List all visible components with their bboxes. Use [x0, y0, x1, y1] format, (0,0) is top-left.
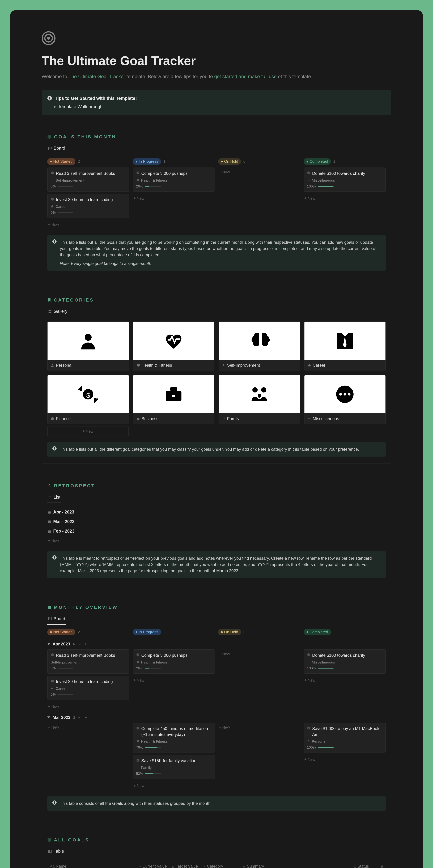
- briefcase-icon: [51, 205, 54, 208]
- page-icon[interactable]: [42, 31, 56, 45]
- check-circle-icon: [51, 171, 54, 175]
- svg-rect-61: [48, 530, 51, 531]
- goal-card[interactable]: Read 3 self-improvement Books Self-Impro…: [47, 167, 129, 192]
- svg-point-39: [261, 387, 266, 393]
- board-icon: [48, 617, 52, 621]
- view-tab-board[interactable]: Board: [47, 144, 66, 154]
- svg-point-91: [355, 866, 356, 867]
- col-summary[interactable]: Summary: [240, 861, 351, 868]
- all-goals-table: Aa Name Current Value Target Value Categ…: [47, 861, 386, 868]
- category-card-misc[interactable]: Miscellaneous: [304, 375, 386, 424]
- svg-rect-66: [48, 617, 49, 620]
- info-icon: [52, 800, 57, 805]
- svg-point-74: [307, 662, 308, 662]
- add-card-button[interactable]: + New: [133, 781, 215, 790]
- category-card-career[interactable]: Career: [304, 321, 386, 371]
- category-card-finance[interactable]: $ Finance: [47, 375, 129, 424]
- add-card-button[interactable]: + New: [47, 702, 129, 711]
- section-retrospect: RETROSPECT List Apr - 2023 Mar - 2023 Fe…: [42, 477, 391, 585]
- sparkle-icon: [51, 179, 54, 182]
- goal-card[interactable]: Complete 3,000 pushups Health & Fitness …: [133, 167, 215, 192]
- board-column-on-hold: On Hold0 + New: [218, 158, 300, 229]
- add-card-button[interactable]: + New: [304, 676, 386, 685]
- list-item[interactable]: Apr - 2023: [47, 507, 386, 517]
- add-card-button[interactable]: + New: [133, 194, 215, 203]
- add-icon[interactable]: +: [85, 715, 88, 720]
- svg-point-38: [253, 387, 258, 393]
- category-card-self-improvement[interactable]: Self-Improvement: [219, 321, 300, 371]
- svg-rect-13: [52, 205, 53, 206]
- goal-card[interactable]: Donate $100 towards charity Miscellaneou…: [304, 167, 386, 192]
- col-tally[interactable]: #: [378, 861, 386, 868]
- dots-circle-icon: [334, 384, 355, 405]
- view-tab-list[interactable]: List: [47, 492, 61, 503]
- add-card-button[interactable]: + New: [304, 755, 386, 764]
- person-icon: [51, 364, 54, 367]
- col-current[interactable]: Current Value: [136, 861, 169, 868]
- svg-point-44: [339, 393, 342, 396]
- check-circle-icon: [47, 838, 52, 842]
- add-card-button[interactable]: + New: [47, 723, 129, 732]
- check-circle-icon: [136, 653, 140, 656]
- table-icon: [48, 849, 52, 853]
- list-item[interactable]: Feb - 2023: [47, 526, 386, 536]
- add-card-button[interactable]: + New: [304, 194, 386, 203]
- month-group-apr[interactable]: Apr 2023 4 ⋯ +: [47, 641, 386, 647]
- goal-card[interactable]: Donate $100 towards charityMiscellaneous…: [304, 649, 386, 674]
- category-card-personal[interactable]: Personal: [47, 321, 129, 371]
- subtitle-link-2[interactable]: get started and make full use: [214, 74, 277, 79]
- goal-card[interactable]: Save $15K for family vacationFamily53%: [133, 755, 215, 779]
- info-callout-monthly: This table consists of all the Goals alo…: [47, 796, 386, 811]
- add-card-button[interactable]: + New: [133, 676, 215, 685]
- goal-card[interactable]: Save $1,000 to buy an M1 MacBook AirPers…: [304, 723, 386, 753]
- more-icon[interactable]: ⋯: [77, 641, 82, 647]
- subtitle-link-1[interactable]: The Ultimate Goal Tracker: [69, 74, 125, 79]
- col-name[interactable]: Aa Name: [47, 861, 136, 868]
- svg-point-76: [309, 662, 310, 662]
- heart-pulse-icon: [136, 740, 139, 743]
- goal-card[interactable]: Invest 30 hours to learn codingCareer0%: [47, 676, 129, 700]
- svg-rect-71: [51, 688, 54, 689]
- add-category-button[interactable]: + New: [47, 427, 129, 436]
- view-tab-table[interactable]: Table: [47, 846, 65, 857]
- svg-point-17: [308, 180, 309, 181]
- add-icon[interactable]: +: [85, 641, 88, 647]
- goal-card[interactable]: Complete 3,000 pushupsHealth & Fitness26…: [133, 649, 215, 674]
- category-card-health[interactable]: Health & Fitness: [133, 321, 214, 371]
- category-card-family[interactable]: Family: [219, 375, 300, 424]
- view-tab-board[interactable]: Board: [47, 614, 66, 625]
- section-monthly-overview: MONTHLY OVERVIEW Board Not Started2 In P…: [42, 599, 391, 818]
- add-list-item-button[interactable]: + New: [47, 536, 386, 546]
- list-item[interactable]: Mar - 2023: [47, 517, 386, 526]
- col-target[interactable]: Target Value: [169, 861, 200, 868]
- svg-rect-21: [54, 241, 55, 243]
- heart-pulse-icon: [136, 364, 140, 367]
- add-card-button[interactable]: + New: [218, 167, 300, 177]
- svg-rect-5: [49, 98, 50, 99]
- month-group-mar[interactable]: Mar 2023 3 ⋯ +: [47, 715, 386, 720]
- svg-point-47: [308, 418, 309, 419]
- info-callout-goals-month: This table lists out all the Goals that …: [47, 235, 386, 271]
- toggle-template-walkthrough[interactable]: Template Walkthrough: [47, 103, 103, 110]
- view-tab-gallery[interactable]: Gallery: [47, 307, 68, 317]
- list-icon: [48, 495, 52, 499]
- board-icon: [48, 146, 52, 150]
- check-circle-icon: [51, 653, 54, 656]
- svg-point-41: [223, 418, 224, 418]
- goal-card[interactable]: Complete 450 minutes of meditation (~15 …: [133, 723, 215, 753]
- page-subtitle: Welcome to The Ultimate Goal Tracker tem…: [42, 73, 391, 80]
- add-card-button[interactable]: + New: [47, 220, 129, 229]
- svg-point-16: [307, 180, 308, 181]
- category-card-business[interactable]: Business: [133, 375, 214, 424]
- brain-icon: [249, 330, 270, 351]
- svg-point-49: [310, 418, 310, 419]
- goal-card[interactable]: Read 3 self-improvement BooksSelf-Improv…: [47, 649, 129, 674]
- col-category[interactable]: Category: [200, 861, 240, 868]
- more-icon[interactable]: ⋯: [77, 715, 82, 720]
- add-card-button[interactable]: + New: [218, 649, 300, 659]
- dots-icon: [307, 417, 311, 421]
- goal-card[interactable]: Invest 30 hours to learn coding Career 0…: [47, 194, 129, 218]
- add-card-button[interactable]: + New: [218, 723, 300, 732]
- col-status[interactable]: Status: [351, 861, 378, 868]
- dollar-icon: [51, 417, 54, 421]
